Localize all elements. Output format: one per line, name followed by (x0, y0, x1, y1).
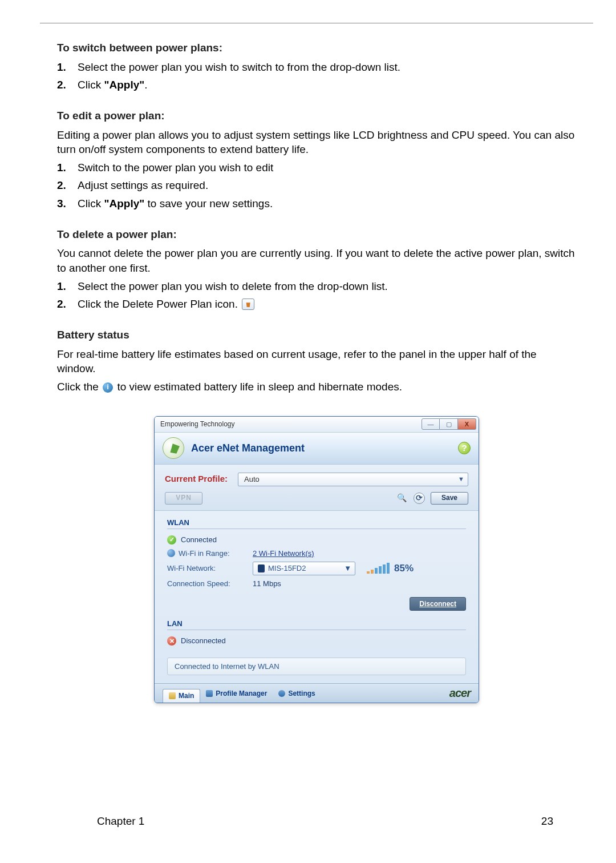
info-icon (103, 382, 113, 393)
figure-enet-management: Empowering Technology — ▢ X Acer eNet Ma… (57, 416, 576, 704)
magnify-icon[interactable]: 🔍 (396, 493, 408, 503)
delete-step-2: Click the Delete Power Plan icon. (57, 297, 576, 312)
refresh-icon[interactable]: ⟳ (414, 493, 425, 504)
close-button[interactable]: X (458, 418, 476, 430)
text: Click the Delete Power Plan icon. (78, 298, 238, 310)
tab-settings[interactable]: Settings (273, 687, 321, 700)
window-title: Empowering Technology (160, 420, 235, 429)
lan-panel: LAN ✕ Disconnected (155, 616, 479, 653)
bottom-tab-bar: Main Profile Manager Settings acer (155, 683, 479, 703)
edit-step-1: Switch to the power plan you wish to edi… (57, 160, 576, 175)
wifi-icon (167, 549, 175, 557)
text: Click the (57, 381, 102, 393)
wifi-range-row: Wi-Fi in Range: 2 Wi-Fi Network(s) (167, 549, 466, 559)
heading-edit-plan: To edit a power plan: (57, 108, 576, 123)
text: to save your new settings. (144, 197, 273, 209)
switch-step-1: Select the power plan you wish to switch… (57, 60, 576, 75)
connection-speed-label: Connection Speed: (167, 579, 230, 589)
wlan-status-row: ✓ Connected (167, 535, 466, 545)
wlan-title: WLAN (167, 518, 466, 530)
window-titlebar: Empowering Technology — ▢ X (155, 417, 479, 433)
check-icon: ✓ (167, 535, 176, 545)
footer-chapter: Chapter 1 (97, 815, 144, 828)
text: Click (78, 197, 104, 209)
lan-status-row: ✕ Disconnected (167, 636, 466, 646)
wifi-range-link[interactable]: 2 Wi-Fi Network(s) (253, 549, 314, 559)
disconnect-button[interactable]: Disconnect (410, 597, 466, 611)
text: to view estimated battery life in sleep … (117, 381, 402, 393)
steps-delete: Select the power plan you wish to delete… (57, 279, 576, 312)
wifi-network-dropdown[interactable]: MIS-15FD2 ▼ (253, 562, 355, 575)
edit-step-3: Click "Apply" to save your new settings. (57, 196, 576, 211)
wlan-panel: WLAN ✓ Connected Wi-Fi in Range: 2 Wi-Fi… (155, 511, 479, 616)
help-icon[interactable]: ? (458, 442, 471, 454)
tab-main-label: Main (179, 691, 194, 700)
app-header: Acer eNet Management ? (155, 433, 479, 465)
steps-switch: Select the power plan you wish to switch… (57, 60, 576, 92)
connection-speed-row: Connection Speed: 11 Mbps (167, 579, 466, 589)
lock-icon (258, 564, 265, 572)
tab-main[interactable]: Main (163, 689, 200, 703)
chevron-down-icon: ▼ (458, 475, 464, 483)
apply-keyword: "Apply" (104, 79, 144, 91)
save-button[interactable]: Save (431, 492, 468, 505)
connection-speed-value: 11 Mbps (253, 579, 281, 589)
edit-step-2: Adjust settings as required. (57, 178, 576, 193)
tab-profile-label: Profile Manager (216, 689, 267, 698)
delete-step-1: Select the power plan you wish to delete… (57, 279, 576, 294)
wifi-network-value: MIS-15FD2 (268, 563, 306, 574)
steps-edit: Switch to the power plan you wish to edi… (57, 160, 576, 211)
signal-strength-icon (367, 563, 390, 574)
x-icon: ✕ (167, 636, 176, 646)
heading-battery-status: Battery status (57, 328, 576, 342)
signal-percent: 85% (394, 562, 414, 575)
acer-logo: acer (449, 685, 471, 701)
folder-icon (206, 690, 213, 697)
wifi-network-row: Wi-Fi Network: MIS-15FD2 ▼ 85% (167, 562, 466, 575)
delete-power-plan-icon (242, 299, 254, 310)
heading-switch-plans: To switch between power plans: (57, 41, 576, 55)
switch-step-2: Click "Apply". (57, 78, 576, 92)
home-icon (169, 692, 176, 699)
window-controls: — ▢ X (422, 418, 476, 430)
wifi-network-label: Wi-Fi Network: (167, 563, 216, 574)
apply-keyword: "Apply" (104, 197, 144, 209)
profile-dropdown-value: Auto (244, 474, 260, 485)
lan-status: Disconnected (181, 636, 226, 646)
internet-status: Connected to Internet by WLAN (167, 658, 466, 676)
chevron-down-icon: ▼ (344, 563, 351, 574)
delete-intro: You cannot delete the power plan you are… (57, 246, 576, 275)
gear-icon (278, 690, 285, 697)
heading-delete-plan: To delete a power plan: (57, 227, 576, 242)
battery-p2: Click the to view estimated battery life… (57, 380, 576, 394)
tab-settings-label: Settings (288, 689, 315, 698)
minimize-button[interactable]: — (422, 418, 440, 430)
app-title: Acer eNet Management (191, 441, 458, 455)
text: Click (78, 79, 104, 91)
current-profile-label: Current Profile: (165, 473, 228, 485)
edit-intro: Editing a power plan allows you to adjus… (57, 128, 576, 157)
app-window: Empowering Technology — ▢ X Acer eNet Ma… (154, 416, 479, 704)
battery-p1: For real-time battery life estimates bas… (57, 347, 576, 376)
vpn-button[interactable]: VPN (165, 492, 202, 505)
footer-page-number: 23 (541, 815, 553, 828)
page-footer: Chapter 1 23 (97, 815, 553, 828)
profile-bar: Current Profile: Auto ▼ VPN 🔍 ⟳ Save (155, 465, 479, 511)
text: . (144, 79, 147, 91)
profile-dropdown[interactable]: Auto ▼ (238, 473, 468, 486)
tab-profile-manager[interactable]: Profile Manager (200, 687, 273, 700)
maximize-button[interactable]: ▢ (440, 418, 458, 430)
lan-title: LAN (167, 619, 466, 631)
wlan-status: Connected (181, 535, 217, 545)
leaf-logo-icon (163, 437, 184, 459)
wifi-range-label: Wi-Fi in Range: (179, 549, 230, 559)
